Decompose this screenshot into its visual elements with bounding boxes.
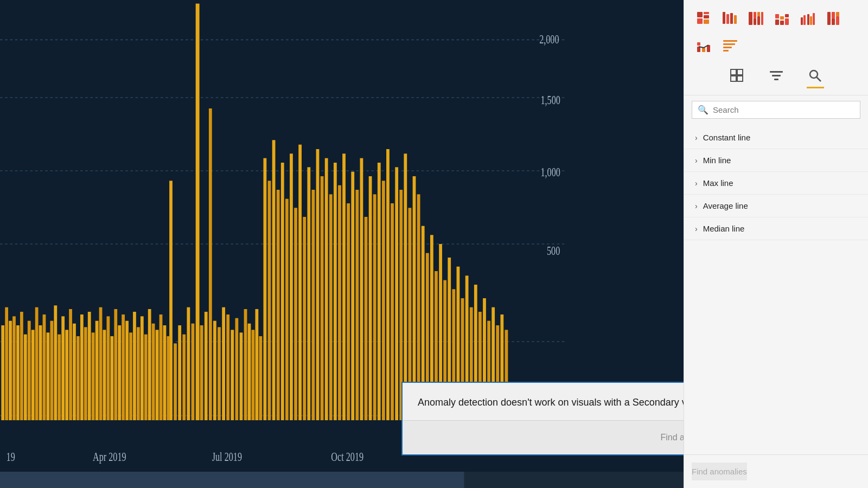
viz-icon-stacked-bar[interactable] xyxy=(692,7,716,30)
viz-icon-100-stacked[interactable] xyxy=(744,7,768,30)
svg-rect-45 xyxy=(192,324,195,420)
tooltip-footer: Find anomalies xyxy=(403,420,684,454)
svg-rect-70 xyxy=(316,149,320,420)
svg-rect-90 xyxy=(404,153,407,420)
svg-rect-121 xyxy=(152,324,155,420)
viz-icon-stacked-col[interactable] xyxy=(770,7,794,30)
svg-rect-37 xyxy=(114,309,117,420)
svg-rect-16 xyxy=(35,307,39,420)
svg-rect-21 xyxy=(54,305,57,420)
svg-rect-176 xyxy=(723,40,737,42)
svg-rect-183 xyxy=(737,76,743,81)
svg-rect-144 xyxy=(704,15,709,18)
analytics-item-median-line[interactable]: › Median line xyxy=(684,217,868,240)
svg-rect-179 xyxy=(723,50,729,52)
find-anomalies-button[interactable]: Find anomalies xyxy=(652,428,684,447)
svg-rect-44 xyxy=(187,307,190,420)
svg-rect-57 xyxy=(244,309,247,420)
svg-rect-9 xyxy=(9,321,12,420)
svg-rect-58 xyxy=(264,158,267,420)
svg-rect-118 xyxy=(141,316,144,420)
svg-rect-170 xyxy=(836,12,839,16)
svg-rect-31 xyxy=(92,332,95,420)
viz-icons-row-2 xyxy=(692,34,860,57)
svg-rect-124 xyxy=(163,325,167,420)
svg-rect-155 xyxy=(761,12,763,25)
viz-icon-area-chart[interactable] xyxy=(718,34,742,57)
tooltip-message: Anomaly detection doesn't work on visual… xyxy=(403,383,684,420)
analytics-item-max-line[interactable]: › Max line xyxy=(684,172,868,195)
svg-rect-26 xyxy=(73,324,76,420)
svg-rect-153 xyxy=(757,12,760,16)
average-line-label: Average line xyxy=(703,201,748,210)
svg-rect-129 xyxy=(259,336,262,420)
svg-text:Oct 2019: Oct 2019 xyxy=(331,450,363,464)
svg-rect-53 xyxy=(226,314,229,420)
svg-line-188 xyxy=(816,77,821,81)
svg-rect-142 xyxy=(704,12,709,14)
svg-rect-49 xyxy=(209,108,212,420)
svg-rect-63 xyxy=(285,199,289,420)
svg-rect-77 xyxy=(347,203,350,420)
tab-format[interactable] xyxy=(724,65,750,92)
svg-rect-52 xyxy=(222,307,225,420)
analytics-tab-icon xyxy=(807,67,824,85)
svg-rect-61 xyxy=(277,190,280,420)
analytics-item-min-line[interactable]: › Min line xyxy=(684,149,868,172)
search-box-wrapper: 🔍 xyxy=(684,95,868,124)
viz-icon-clustered-bar[interactable] xyxy=(718,7,742,30)
svg-rect-128 xyxy=(255,309,258,420)
tab-filter[interactable] xyxy=(763,65,789,92)
svg-rect-15 xyxy=(31,330,35,420)
svg-rect-82 xyxy=(369,176,372,420)
svg-rect-22 xyxy=(58,335,61,420)
svg-rect-32 xyxy=(95,321,99,420)
viz-icon-clustered-col[interactable] xyxy=(796,7,820,30)
svg-rect-42 xyxy=(178,325,181,420)
svg-rect-14 xyxy=(28,321,31,420)
svg-rect-72 xyxy=(325,158,328,420)
svg-rect-185 xyxy=(772,75,781,76)
svg-rect-75 xyxy=(338,185,341,420)
chevron-icon-max: › xyxy=(695,179,698,188)
svg-rect-182 xyxy=(731,76,736,81)
svg-rect-158 xyxy=(780,21,784,25)
svg-rect-163 xyxy=(803,15,806,25)
viz-icons-row-1 xyxy=(692,7,860,30)
svg-rect-146 xyxy=(723,12,725,24)
tab-analytics[interactable] xyxy=(802,65,828,92)
svg-rect-33 xyxy=(99,307,103,420)
search-box[interactable]: 🔍 xyxy=(692,101,860,119)
svg-rect-162 xyxy=(801,17,803,25)
svg-rect-79 xyxy=(355,190,359,420)
svg-rect-125 xyxy=(167,336,170,420)
viz-icon-100-col[interactable] xyxy=(822,7,846,30)
find-anomalies-panel-button[interactable]: Find anomalies xyxy=(692,463,747,480)
svg-rect-168 xyxy=(832,12,835,18)
svg-point-187 xyxy=(810,70,818,78)
svg-rect-160 xyxy=(785,18,789,25)
median-line-label: Median line xyxy=(703,224,745,233)
svg-rect-87 xyxy=(391,203,394,420)
svg-rect-62 xyxy=(281,163,284,420)
search-input[interactable] xyxy=(713,105,854,114)
svg-rect-166 xyxy=(813,13,815,25)
svg-rect-36 xyxy=(110,336,113,420)
svg-rect-150 xyxy=(749,12,752,25)
svg-rect-164 xyxy=(807,14,809,25)
analytics-item-constant-line[interactable]: › Constant line xyxy=(684,126,868,149)
search-icon: 🔍 xyxy=(698,105,709,115)
analytics-item-average-line[interactable]: › Average line xyxy=(684,195,868,217)
svg-rect-84 xyxy=(378,163,381,420)
svg-rect-68 xyxy=(307,167,310,420)
svg-rect-120 xyxy=(148,309,151,420)
viz-icon-line-chart[interactable] xyxy=(692,34,716,57)
svg-rect-51 xyxy=(218,327,221,420)
svg-rect-181 xyxy=(737,69,743,75)
svg-rect-25 xyxy=(69,309,72,420)
max-line-label: Max line xyxy=(703,178,733,188)
svg-rect-140 xyxy=(0,472,464,488)
svg-rect-117 xyxy=(137,327,140,420)
format-tab-underline xyxy=(729,87,746,88)
svg-text:2,000: 2,000 xyxy=(539,32,559,46)
